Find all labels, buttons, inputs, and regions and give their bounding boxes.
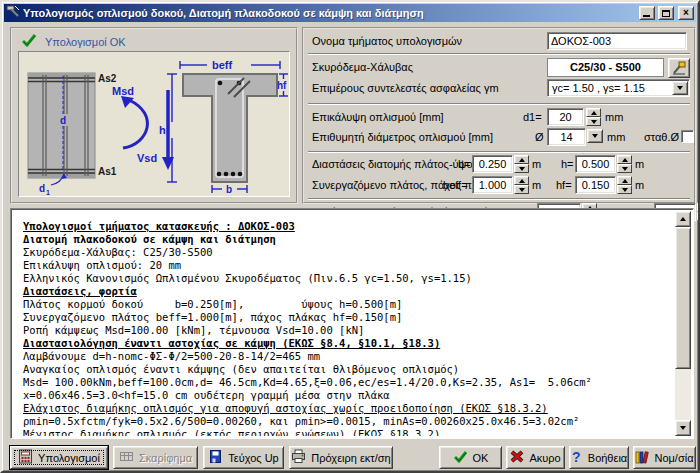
report-line: Επικάλυψη οπλισμού: 20 mm bbox=[23, 259, 675, 272]
report-scrollbar[interactable] bbox=[675, 211, 691, 436]
dialog-window: Υπολογισμός οπλισμού δοκού, Διατομή πλακ… bbox=[0, 0, 700, 473]
title-bar[interactable]: Υπολογισμός οπλισμού δοκού, Διατομή πλακ… bbox=[4, 4, 696, 22]
diameter-dropdown-button[interactable] bbox=[587, 129, 603, 143]
printer-icon bbox=[291, 449, 306, 466]
quick-print-button[interactable]: Πρόχειρη εκτ/ση bbox=[289, 446, 393, 469]
close-button[interactable]: × bbox=[678, 6, 694, 20]
calc-name-input[interactable] bbox=[547, 32, 687, 50]
gamma-value: γc= 1.50 , γs= 1.15 bbox=[552, 82, 645, 94]
fixed-diameter-checkbox[interactable] bbox=[681, 130, 694, 143]
sketch-button-label: Σκαρίφημα bbox=[139, 452, 192, 464]
sketch-button[interactable]: Σκαρίφημα bbox=[113, 446, 198, 469]
h-input[interactable] bbox=[575, 155, 616, 173]
check-ok-icon bbox=[22, 33, 37, 51]
label-d: d bbox=[60, 115, 66, 126]
dropdown-arrow-icon[interactable] bbox=[672, 81, 688, 95]
material-picker-button[interactable] bbox=[668, 58, 690, 78]
report-line: Υπολογισμοί τμήματος κατασκευής : ΔΟΚΟΣ-… bbox=[23, 220, 675, 233]
b-spinner[interactable] bbox=[514, 155, 529, 173]
h-unit: m bbox=[635, 155, 644, 173]
calculations-button[interactable]: Υπολογισμοί bbox=[10, 446, 108, 469]
calculations-button-label: Υπολογισμοί bbox=[38, 452, 100, 464]
report-line: Μέγιστος διαμήκης οπλισμός (εκτός περιοχ… bbox=[23, 428, 675, 436]
report-line: Αναγκαίος οπλισμός έναντι κάμψης (δεν απ… bbox=[23, 363, 675, 376]
svg-text:?: ? bbox=[572, 450, 581, 464]
cancel-button-label: Ακυρο bbox=[529, 452, 560, 464]
scroll-down-button[interactable] bbox=[675, 420, 691, 436]
label-as1: As1 bbox=[98, 166, 117, 177]
volume-up-button[interactable]: Τεύχος Up bbox=[203, 446, 284, 469]
report-line: Πλάτος κορμού δοκού b=0.250[m], ύψους h=… bbox=[23, 298, 675, 311]
input-panel: Ονομα τμήματος υπολογισμών Σκυρόδεμα-Χάλ… bbox=[302, 27, 696, 204]
document-up-icon bbox=[208, 449, 223, 466]
quick-print-button-label: Πρόχειρη εκτ/ση bbox=[311, 452, 390, 464]
currency-button[interactable]: Νομ/σία bbox=[633, 446, 696, 469]
diameter-input[interactable] bbox=[547, 128, 586, 146]
report-line: Συνεργαζόμενο πλάτος beff=1.000[m], πάχο… bbox=[23, 311, 675, 324]
material-label: Σκυρόδεμα-Χάλυβας bbox=[312, 58, 413, 76]
h-spinner[interactable] bbox=[617, 155, 632, 173]
cover-input[interactable] bbox=[547, 108, 584, 126]
diagram-panel: Υπολογισμοί OK As2 As1 bbox=[10, 27, 298, 204]
label-beff: beff bbox=[212, 59, 233, 71]
label-vsd: Vsd bbox=[137, 152, 157, 164]
label-d1: d bbox=[39, 183, 45, 194]
help-button[interactable]: ? Βοήθεια bbox=[569, 446, 629, 469]
diameter-prefix: Ø bbox=[535, 128, 544, 146]
material-value: C25/30 - S500 bbox=[547, 58, 664, 77]
label-d1-sub: 1 bbox=[46, 189, 50, 196]
help-button-label: Βοήθεια bbox=[588, 452, 627, 464]
cover-spinner[interactable] bbox=[586, 108, 601, 126]
calculation-report: Υπολογισμοί τμήματος κατασκευής : ΔΟΚΟΣ-… bbox=[10, 208, 694, 439]
b-input[interactable] bbox=[472, 155, 513, 173]
separator bbox=[308, 53, 690, 55]
report-line: Διατομή πλακοδοκού σε κάμψη και διάτμηση bbox=[23, 233, 675, 246]
separator bbox=[308, 198, 690, 200]
status-text: Υπολογισμοί OK bbox=[45, 36, 126, 48]
maximize-icon bbox=[662, 10, 670, 17]
report-content: Υπολογισμοί τμήματος κατασκευής : ΔΟΚΟΣ-… bbox=[13, 211, 675, 436]
cover-label: Επικάλυψη οπλισμού [mm] bbox=[312, 108, 444, 126]
beam-diagram: As2 As1 d d 1 Msd Vsd bbox=[18, 51, 290, 197]
report-line: Σκυρόδεμα-Χάλυβας: C25/30-S500 bbox=[23, 246, 675, 259]
report-line: Msd= 100.00kNm,beff=100.0cm,d= 46.5cm,Kd… bbox=[23, 376, 675, 389]
diameter-unit: mm bbox=[607, 128, 625, 146]
ok-button[interactable]: OK bbox=[439, 446, 502, 469]
report-line: Ροπή κάμψεως Msd=100.00 [kNm], τέμνουσα … bbox=[23, 324, 675, 337]
report-line: Διαστασιολόγηση έναντι αστοχίας σε κάμψη… bbox=[23, 337, 675, 350]
label-b: b bbox=[226, 184, 232, 195]
maximize-button[interactable] bbox=[658, 6, 674, 20]
gamma-label: Επιμέρους συντελεστές ασφαλείας γm bbox=[312, 79, 499, 97]
cover-unit: mm bbox=[605, 108, 623, 126]
hammer-icon bbox=[672, 61, 686, 75]
ok-check-icon bbox=[453, 450, 468, 465]
separator bbox=[308, 151, 690, 153]
label-as2: As2 bbox=[98, 73, 117, 84]
ok-button-label: OK bbox=[473, 452, 489, 464]
fixed-diameter-label: σταθ.Ø bbox=[644, 128, 679, 146]
calculator-icon bbox=[18, 449, 33, 466]
b-prefix: b= bbox=[458, 155, 471, 173]
h-prefix: h= bbox=[561, 155, 574, 173]
name-label: Ονομα τμήματος υπολογισμών bbox=[312, 32, 462, 50]
close-icon: × bbox=[683, 8, 689, 18]
diameter-label: Επιθυμητή διάμετρος οπλισμού [mm] bbox=[312, 128, 493, 146]
minimize-button[interactable] bbox=[639, 6, 655, 20]
report-line: Ελληνικός Κανονισμός Ωπλισμένου Σκυροδέμ… bbox=[23, 272, 675, 285]
scroll-thumb[interactable] bbox=[675, 227, 691, 369]
volume-up-button-label: Τεύχος Up bbox=[228, 452, 278, 464]
cancel-x-icon bbox=[510, 450, 524, 465]
window-title: Υπολογισμός οπλισμού δοκού, Διατομή πλακ… bbox=[23, 7, 636, 19]
label-msd: Msd bbox=[112, 85, 134, 97]
report-line: x=0.06x46.5=3.0<hf=15.0 cm ουδέτερη γραμ… bbox=[23, 389, 675, 402]
report-line: Λαμβάνουμε d=h-nomc-ΦΣ-Φ/2=500-20-8-14/2… bbox=[23, 350, 675, 363]
cancel-button[interactable]: Ακυρο bbox=[506, 446, 565, 469]
label-hf: hf bbox=[277, 80, 287, 91]
gamma-dropdown[interactable]: γc= 1.50 , γs= 1.15 bbox=[547, 79, 690, 97]
help-question-icon: ? bbox=[571, 450, 583, 466]
minimize-icon bbox=[643, 15, 650, 17]
sketch-icon bbox=[119, 449, 134, 466]
currency-button-label: Νομ/σία bbox=[654, 452, 693, 464]
report-line: Ελάχιστος διαμήκης οπλισμός για αποφυγή … bbox=[23, 402, 675, 415]
scroll-up-button[interactable] bbox=[675, 211, 691, 227]
